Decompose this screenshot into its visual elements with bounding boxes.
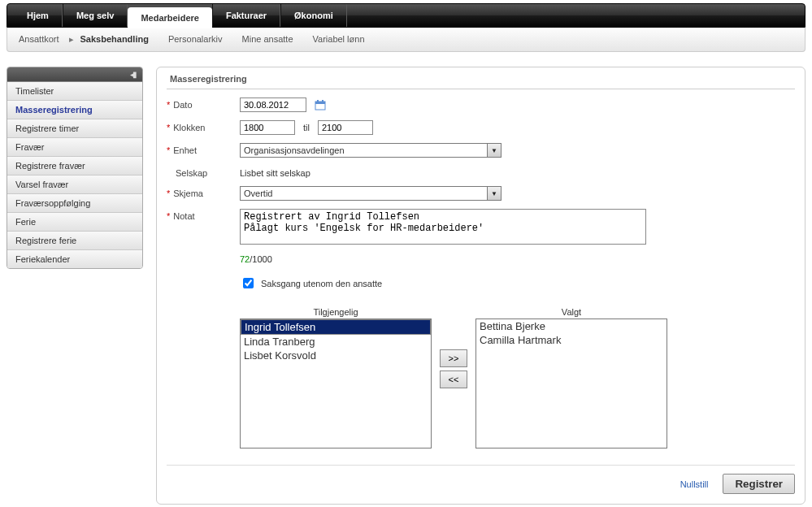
reset-link[interactable]: Nullstill <box>680 479 709 489</box>
panel-title: Masseregistrering <box>167 72 795 89</box>
list-item[interactable]: Lisbet Korsvold <box>241 349 431 362</box>
subnav-item[interactable]: Variabel lønn <box>313 34 365 45</box>
notat-textarea[interactable] <box>240 209 646 245</box>
label-til: til <box>303 123 310 132</box>
saksgang-label[interactable]: Saksgang utenom den ansatte <box>261 279 382 288</box>
label-notat: Notat <box>173 211 194 221</box>
dual-listbox: Tilgjengelig Ingrid TollefsenLinda Tranb… <box>240 307 667 448</box>
dato-input[interactable] <box>240 98 306 112</box>
subnav-item[interactable]: Personalarkiv <box>168 34 223 45</box>
move-left-button[interactable]: << <box>440 370 467 388</box>
sidebar-item[interactable]: Timelister <box>7 82 142 101</box>
required-marker: * <box>167 123 170 132</box>
topnav-item[interactable]: Meg selv <box>63 4 128 27</box>
required-marker: * <box>167 188 170 198</box>
sidebar-header: ◂▮ <box>7 67 142 82</box>
sub-nav: Ansattkort▸SaksbehandlingPersonalarkivMi… <box>7 28 805 52</box>
main-panel: Masseregistrering *Dato *Klokken til <box>156 67 805 505</box>
required-marker: * <box>167 211 170 221</box>
sidebar: ◂▮ TimelisterMasseregistreringRegistrere… <box>7 67 143 269</box>
topnav-item[interactable]: Medarbeidere <box>128 7 212 28</box>
topnav-item[interactable]: Fakturaer <box>212 4 280 27</box>
dropdown-icon: ▼ <box>487 187 501 200</box>
list-item[interactable]: Ingrid Tollefsen <box>241 319 431 335</box>
submit-button[interactable]: Registrer <box>723 474 795 494</box>
topnav-item[interactable]: Økonomi <box>280 4 347 27</box>
sidebar-item[interactable]: Registrere ferie <box>7 232 142 250</box>
label-klokken: Klokken <box>173 123 205 132</box>
enhet-select[interactable]: Organisasjonsavdelingen ▼ <box>240 143 502 158</box>
required-marker: * <box>167 100 170 110</box>
svg-rect-2 <box>317 100 319 102</box>
list-item[interactable]: Camilla Hartmark <box>476 333 667 347</box>
klokken-fra-input[interactable] <box>240 120 295 135</box>
skjema-select[interactable]: Overtid ▼ <box>240 186 502 201</box>
label-selskap: Selskap <box>176 168 207 178</box>
sidebar-item[interactable]: Varsel fravær <box>7 176 142 194</box>
topnav-item[interactable]: Hjem <box>14 4 63 27</box>
label-enhet: Enhet <box>173 145 197 155</box>
subnav-item[interactable]: Ansattkort <box>19 34 59 45</box>
list-item[interactable]: Bettina Bjerke <box>476 319 667 333</box>
sidebar-item[interactable]: Fraværsoppfølging <box>7 194 142 213</box>
list-item[interactable]: Linda Tranberg <box>241 335 431 349</box>
selected-header: Valgt <box>475 307 667 317</box>
skjema-select-value: Overtid <box>241 187 487 200</box>
panel-footer: Nullstill Registrer <box>167 465 795 494</box>
enhet-select-value: Organisasjonsavdelingen <box>241 144 487 157</box>
top-nav: HjemMeg selvMedarbeidereFakturaerØkonomi <box>7 3 805 28</box>
svg-rect-1 <box>315 102 325 104</box>
char-counter: 72/1000 <box>240 254 272 264</box>
available-listbox[interactable]: Ingrid TollefsenLinda TranbergLisbet Kor… <box>240 318 432 448</box>
sidebar-item[interactable]: Masseregistrering <box>7 101 142 119</box>
label-dato: Dato <box>173 100 192 110</box>
sidebar-item[interactable]: Fravær <box>7 138 142 157</box>
selskap-value: Lisbet sitt selskap <box>240 166 310 178</box>
available-header: Tilgjengelig <box>240 307 432 317</box>
dropdown-icon: ▼ <box>487 144 501 157</box>
subnav-item[interactable]: Mine ansatte <box>242 34 293 45</box>
klokken-til-input[interactable] <box>318 120 373 135</box>
move-right-button[interactable]: >> <box>440 349 467 367</box>
collapse-icon[interactable]: ◂▮ <box>130 70 136 79</box>
sidebar-item[interactable]: Ferie <box>7 213 142 232</box>
subnav-item[interactable]: Saksbehandling <box>80 34 149 45</box>
calendar-icon[interactable] <box>315 99 326 110</box>
breadcrumb-arrow-icon: ▸ <box>69 34 74 45</box>
saksgang-checkbox[interactable] <box>243 278 254 288</box>
selected-listbox[interactable]: Bettina BjerkeCamilla Hartmark <box>475 318 667 448</box>
sidebar-item[interactable]: Feriekalender <box>7 250 142 268</box>
sidebar-item[interactable]: Registrere timer <box>7 119 142 138</box>
sidebar-item[interactable]: Registrere fravær <box>7 157 142 176</box>
label-skjema: Skjema <box>173 188 203 198</box>
required-marker: * <box>167 145 170 155</box>
svg-rect-3 <box>322 100 323 102</box>
